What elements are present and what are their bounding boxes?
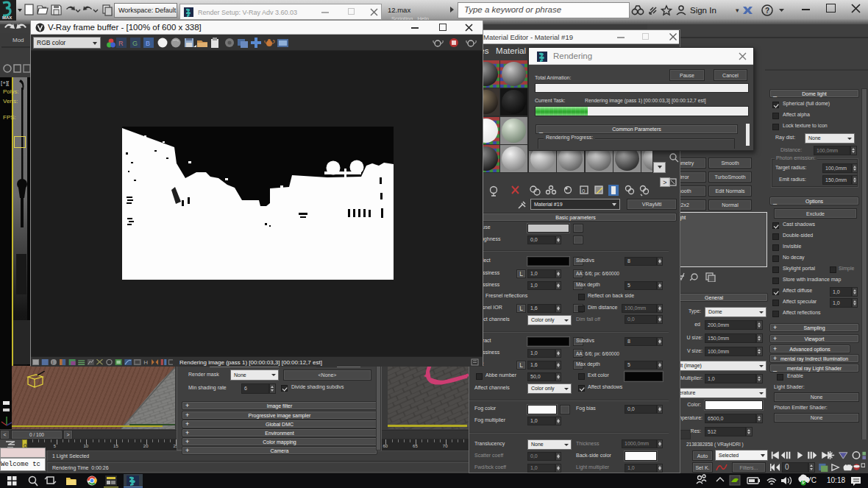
svg-text:10:18: 10:18 [827,476,845,484]
svg-text:?: ? [765,7,769,15]
svg-text:H: H [143,359,148,366]
svg-text:R: R [118,40,124,47]
svg-text:MAX: MAX [2,15,12,20]
svg-text:G: G [132,40,138,47]
svg-text:РУС: РУС [802,476,817,484]
svg-text:▾: ▾ [736,7,739,14]
svg-text:B: B [146,40,150,47]
svg-text:i: i [52,360,53,365]
svg-text:Sign In: Sign In [690,6,716,15]
svg-text:0: 0 [582,188,586,194]
